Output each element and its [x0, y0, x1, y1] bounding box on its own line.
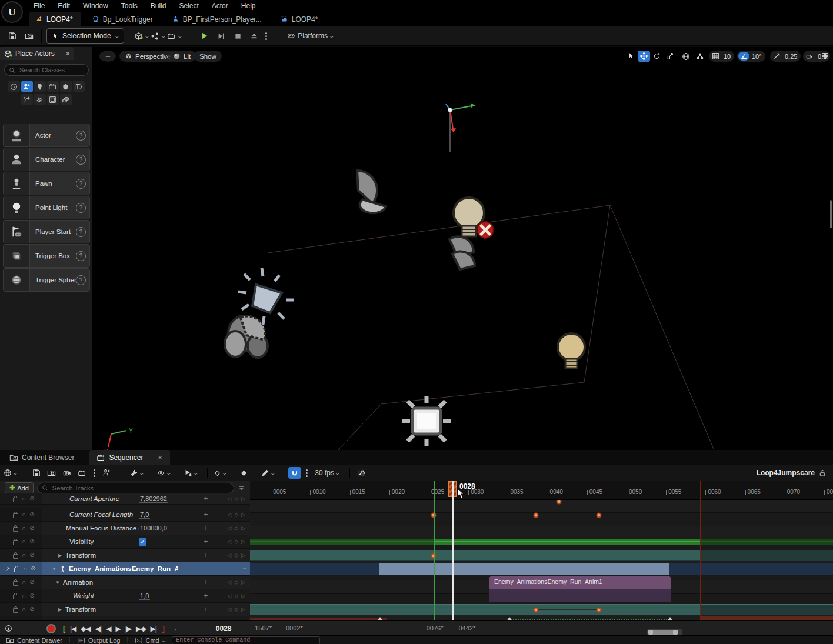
add-key-icon[interactable]: ◇	[234, 539, 238, 545]
world-local-toggle[interactable]	[679, 51, 692, 62]
help-icon[interactable]: ?	[76, 275, 86, 285]
keyframe[interactable]	[597, 607, 602, 612]
surface-snap-button[interactable]	[694, 51, 706, 62]
deactivate-icon[interactable]: ⊘	[29, 525, 34, 531]
playback-options-dropdown[interactable]: ⌄	[184, 466, 198, 479]
menu-item-select[interactable]: Select	[172, 0, 205, 12]
lock-icon[interactable]	[13, 608, 18, 613]
help-icon[interactable]: ?	[76, 131, 86, 141]
grid-snap-control[interactable]: 10	[709, 51, 734, 62]
lock-icon[interactable]	[13, 554, 18, 559]
add-key-icon[interactable]: ◇	[234, 512, 238, 518]
asset-tab-2[interactable]: BP_FirstPerson_Player...	[166, 12, 270, 26]
next-key-icon[interactable]: ▷	[241, 552, 245, 558]
add-section-button[interactable]: +	[201, 605, 211, 613]
place-actor-item-character[interactable]: Character?	[3, 148, 90, 171]
lock-icon[interactable]	[13, 498, 18, 502]
prev-key-icon[interactable]: ◁	[227, 606, 231, 612]
editor-mode-dropdown[interactable]: Selection Mode ⌄	[46, 28, 124, 44]
timeline-ruler[interactable]: 0005001000150020002500300035004000450050…	[250, 481, 833, 500]
maximize-viewport-button[interactable]	[819, 51, 831, 62]
category-recently-placed-icon[interactable]	[8, 81, 20, 92]
sequencer-save-button[interactable]	[30, 466, 43, 479]
mute-icon[interactable]: ∩	[22, 525, 26, 531]
category-all-classes-icon[interactable]	[60, 94, 72, 105]
sequencer-render-button[interactable]	[76, 466, 89, 479]
category-lights-icon[interactable]	[34, 81, 46, 92]
view-options-dropdown[interactable]: ⌄	[156, 466, 171, 479]
mute-icon[interactable]: ∩	[22, 496, 26, 502]
playback-end-line[interactable]	[700, 481, 701, 620]
fps-dropdown[interactable]: 30 fps⌄	[312, 466, 342, 479]
mute-icon[interactable]: ∩	[22, 593, 26, 599]
value-field[interactable]: 1,0	[139, 592, 150, 600]
add-key-icon[interactable]: ◇	[234, 593, 238, 599]
current-frame-field[interactable]: 0028	[216, 625, 232, 633]
viewport[interactable]: Y X Perspective Lit Show 10 10°	[92, 47, 833, 450]
edit-options-dropdown[interactable]: ⌄	[261, 466, 275, 479]
add-section-button[interactable]: +	[239, 565, 250, 573]
play-reverse-button[interactable]: ◀	[104, 625, 113, 633]
info-icon[interactable]	[5, 625, 12, 632]
search-classes-box[interactable]	[4, 64, 89, 76]
add-section-button[interactable]: +	[201, 524, 211, 532]
help-icon[interactable]: ?	[76, 251, 86, 261]
step-back-button[interactable]: ◀|	[93, 625, 104, 633]
mute-icon[interactable]: ∩	[22, 579, 26, 585]
lock-icon[interactable]	[13, 527, 18, 532]
place-actor-item-pawn[interactable]: Pawn?	[3, 172, 90, 195]
lock-icon[interactable]	[13, 595, 18, 599]
unlock-icon[interactable]	[819, 469, 826, 477]
play-button[interactable]	[197, 28, 212, 44]
transform-section[interactable]	[250, 550, 833, 561]
step-forward-button[interactable]: |▶	[123, 625, 134, 633]
scale-snap-control[interactable]: 0,25	[770, 51, 801, 62]
menu-item-edit[interactable]: Edit	[51, 0, 76, 12]
prev-key-icon[interactable]: ◁	[227, 539, 231, 545]
category-cinematic-icon[interactable]	[47, 81, 59, 92]
unreal-logo-icon[interactable]: U	[1, 1, 23, 23]
track-row-visibility[interactable]: ∩⊘Visibility+◁◇▷	[0, 616, 250, 620]
billboard-arc-icons[interactable]	[225, 171, 474, 358]
playback-start-line[interactable]	[434, 481, 435, 620]
to-end-button[interactable]: ▶|	[148, 625, 158, 633]
render-options-kebab[interactable]	[91, 469, 98, 477]
next-key-button[interactable]: ▶◆	[134, 625, 148, 633]
track-row-visibility[interactable]: ∩⊘Visibility✓+◁◇▷	[0, 535, 250, 549]
scale-tool-button[interactable]	[664, 51, 676, 62]
menu-item-file[interactable]: File	[27, 0, 51, 12]
chevron-right-icon[interactable]: ▶	[57, 607, 63, 612]
mute-icon[interactable]: ∩	[22, 539, 26, 545]
pin-icon[interactable]	[5, 566, 11, 572]
bottom-tab-sequencer[interactable]: Sequencer✕	[89, 450, 169, 465]
close-icon[interactable]: ✕	[65, 50, 71, 58]
lock-icon[interactable]	[13, 540, 18, 545]
sequencer-camera-button[interactable]	[61, 466, 74, 479]
add-section-button[interactable]: +	[201, 551, 211, 559]
asset-tab-1[interactable]: Bp_LookTrigger	[86, 12, 161, 26]
track-row-current-aperture[interactable]: ∩⊘Current Aperture7,802962+◁◇▷	[0, 493, 250, 505]
next-key-icon[interactable]: ▷	[241, 512, 245, 518]
rotate-tool-button[interactable]	[651, 51, 663, 62]
next-key-icon[interactable]: ▷	[241, 606, 245, 612]
search-classes-input[interactable]	[18, 66, 84, 74]
to-front-button[interactable]: |◀	[68, 625, 78, 633]
help-icon[interactable]: ?	[76, 203, 86, 213]
deactivate-icon[interactable]: ⊘	[29, 512, 34, 518]
category-basic-icon[interactable]	[21, 81, 33, 92]
filter-icon[interactable]	[238, 485, 245, 492]
stop-button[interactable]	[230, 28, 245, 44]
platforms-dropdown[interactable]: Platforms ⌄	[283, 28, 337, 44]
close-icon[interactable]: ✕	[157, 454, 162, 462]
sequencer-world-dropdown[interactable]: ⌄	[4, 466, 18, 479]
keyframe-options-dropdown[interactable]: ⌄	[214, 466, 227, 479]
menu-item-window[interactable]: Window	[76, 0, 115, 12]
set-start-bracket[interactable]: [	[63, 625, 65, 633]
animation-section[interactable]: Enemy_AnimationsEnemy_Run_Anim1	[489, 576, 671, 589]
track-row-transform[interactable]: ∩⊘▶Transform+◁◇▷	[0, 549, 250, 562]
visibility-section[interactable]	[250, 539, 833, 545]
add-key-icon[interactable]: ◇	[234, 525, 238, 531]
mute-icon[interactable]: ∩	[22, 552, 26, 558]
add-section-button[interactable]: +	[201, 538, 211, 546]
frame-skip-button[interactable]	[214, 28, 229, 44]
